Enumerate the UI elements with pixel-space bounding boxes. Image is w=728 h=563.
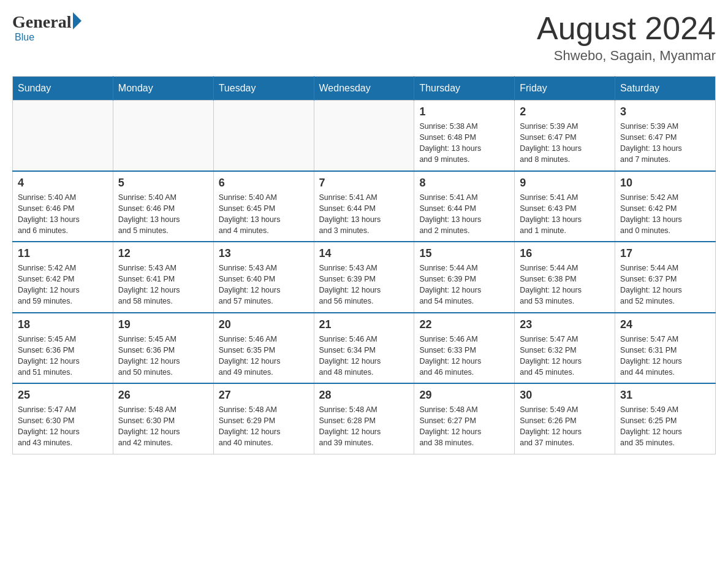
calendar-day-cell: 31Sunrise: 5:49 AM Sunset: 6:25 PM Dayli… [615,383,716,454]
day-number: 27 [219,389,309,402]
day-number: 21 [319,318,409,331]
day-info: Sunrise: 5:43 AM Sunset: 6:41 PM Dayligh… [118,262,208,307]
day-info: Sunrise: 5:49 AM Sunset: 6:26 PM Dayligh… [520,404,610,449]
calendar-day-cell: 8Sunrise: 5:41 AM Sunset: 6:44 PM Daylig… [414,171,515,242]
day-number: 14 [319,247,409,260]
day-info: Sunrise: 5:40 AM Sunset: 6:46 PM Dayligh… [18,192,108,237]
day-info: Sunrise: 5:38 AM Sunset: 6:48 PM Dayligh… [419,121,509,166]
day-info: Sunrise: 5:39 AM Sunset: 6:47 PM Dayligh… [620,121,710,166]
calendar-day-cell: 20Sunrise: 5:46 AM Sunset: 6:35 PM Dayli… [213,313,314,384]
day-of-week-header: Wednesday [314,77,414,101]
month-title: August 2024 [537,12,716,44]
day-number: 26 [118,389,208,402]
calendar-week-row: 25Sunrise: 5:47 AM Sunset: 6:30 PM Dayli… [13,383,716,454]
day-info: Sunrise: 5:42 AM Sunset: 6:42 PM Dayligh… [620,192,710,237]
day-info: Sunrise: 5:46 AM Sunset: 6:35 PM Dayligh… [219,334,309,378]
calendar-day-cell: 17Sunrise: 5:44 AM Sunset: 6:37 PM Dayli… [615,242,716,313]
day-number: 5 [118,177,208,190]
day-of-week-header: Thursday [414,77,515,101]
day-number: 16 [520,247,610,260]
day-number: 4 [18,177,108,190]
calendar-week-row: 18Sunrise: 5:45 AM Sunset: 6:36 PM Dayli… [13,313,716,384]
calendar-day-cell: 9Sunrise: 5:41 AM Sunset: 6:43 PM Daylig… [515,171,615,242]
day-of-week-header: Sunday [13,77,113,101]
calendar-day-cell: 6Sunrise: 5:40 AM Sunset: 6:45 PM Daylig… [213,171,314,242]
day-number: 23 [520,318,610,331]
calendar-day-cell: 2Sunrise: 5:39 AM Sunset: 6:47 PM Daylig… [515,101,615,171]
day-number: 9 [520,177,610,190]
calendar-day-cell: 16Sunrise: 5:44 AM Sunset: 6:38 PM Dayli… [515,242,615,313]
calendar-day-cell: 22Sunrise: 5:46 AM Sunset: 6:33 PM Dayli… [414,313,515,384]
calendar-day-cell: 11Sunrise: 5:42 AM Sunset: 6:42 PM Dayli… [13,242,113,313]
calendar-day-cell: 29Sunrise: 5:48 AM Sunset: 6:27 PM Dayli… [414,383,515,454]
day-info: Sunrise: 5:44 AM Sunset: 6:37 PM Dayligh… [620,262,710,307]
day-of-week-header: Friday [515,77,615,101]
logo-blue-text: Blue [15,32,34,43]
location-subtitle: Shwebo, Sagain, Myanmar [537,48,716,64]
day-number: 7 [319,177,409,190]
calendar-day-cell: 27Sunrise: 5:48 AM Sunset: 6:29 PM Dayli… [213,383,314,454]
calendar-day-cell: 14Sunrise: 5:43 AM Sunset: 6:39 PM Dayli… [314,242,414,313]
calendar-day-cell [13,101,113,171]
day-number: 15 [419,247,509,260]
day-info: Sunrise: 5:48 AM Sunset: 6:28 PM Dayligh… [319,404,409,449]
day-number: 12 [118,247,208,260]
day-info: Sunrise: 5:47 AM Sunset: 6:30 PM Dayligh… [18,404,108,449]
calendar-day-cell: 3Sunrise: 5:39 AM Sunset: 6:47 PM Daylig… [615,101,716,171]
day-info: Sunrise: 5:45 AM Sunset: 6:36 PM Dayligh… [18,334,108,378]
day-number: 11 [18,247,108,260]
day-info: Sunrise: 5:46 AM Sunset: 6:33 PM Dayligh… [419,334,509,378]
calendar-day-cell: 7Sunrise: 5:41 AM Sunset: 6:44 PM Daylig… [314,171,414,242]
page-header: General Blue August 2024 Shwebo, Sagain,… [12,12,716,64]
calendar-day-cell: 12Sunrise: 5:43 AM Sunset: 6:41 PM Dayli… [113,242,213,313]
day-info: Sunrise: 5:48 AM Sunset: 6:27 PM Dayligh… [419,404,509,449]
calendar-day-cell: 24Sunrise: 5:47 AM Sunset: 6:31 PM Dayli… [615,313,716,384]
day-info: Sunrise: 5:48 AM Sunset: 6:29 PM Dayligh… [219,404,309,449]
day-number: 20 [219,318,309,331]
day-number: 24 [620,318,710,331]
calendar-day-cell: 28Sunrise: 5:48 AM Sunset: 6:28 PM Dayli… [314,383,414,454]
day-info: Sunrise: 5:40 AM Sunset: 6:45 PM Dayligh… [219,192,309,237]
title-section: August 2024 Shwebo, Sagain, Myanmar [537,12,716,64]
calendar-day-cell: 1Sunrise: 5:38 AM Sunset: 6:48 PM Daylig… [414,101,515,171]
day-number: 28 [319,389,409,402]
day-number: 30 [520,389,610,402]
day-info: Sunrise: 5:47 AM Sunset: 6:31 PM Dayligh… [620,334,710,378]
calendar-day-cell: 4Sunrise: 5:40 AM Sunset: 6:46 PM Daylig… [13,171,113,242]
calendar-week-row: 1Sunrise: 5:38 AM Sunset: 6:48 PM Daylig… [13,101,716,171]
calendar-day-cell: 30Sunrise: 5:49 AM Sunset: 6:26 PM Dayli… [515,383,615,454]
calendar-header-row: SundayMondayTuesdayWednesdayThursdayFrid… [13,77,716,101]
calendar-day-cell [314,101,414,171]
day-number: 19 [118,318,208,331]
day-info: Sunrise: 5:39 AM Sunset: 6:47 PM Dayligh… [520,121,610,166]
calendar-day-cell: 10Sunrise: 5:42 AM Sunset: 6:42 PM Dayli… [615,171,716,242]
day-info: Sunrise: 5:44 AM Sunset: 6:39 PM Dayligh… [419,262,509,307]
day-number: 25 [18,389,108,402]
day-info: Sunrise: 5:42 AM Sunset: 6:42 PM Dayligh… [18,262,108,307]
day-of-week-header: Monday [113,77,213,101]
day-number: 2 [520,105,610,118]
day-info: Sunrise: 5:49 AM Sunset: 6:25 PM Dayligh… [620,404,710,449]
day-info: Sunrise: 5:43 AM Sunset: 6:39 PM Dayligh… [319,262,409,307]
calendar-day-cell: 19Sunrise: 5:45 AM Sunset: 6:36 PM Dayli… [113,313,213,384]
day-info: Sunrise: 5:43 AM Sunset: 6:40 PM Dayligh… [219,262,309,307]
calendar-day-cell: 13Sunrise: 5:43 AM Sunset: 6:40 PM Dayli… [213,242,314,313]
day-number: 18 [18,318,108,331]
day-of-week-header: Tuesday [213,77,314,101]
day-number: 10 [620,177,710,190]
day-info: Sunrise: 5:44 AM Sunset: 6:38 PM Dayligh… [520,262,610,307]
day-number: 22 [419,318,509,331]
logo: General Blue [12,12,82,43]
logo-triangle-icon [73,12,82,29]
day-number: 1 [419,105,509,118]
day-info: Sunrise: 5:41 AM Sunset: 6:43 PM Dayligh… [520,192,610,237]
day-number: 17 [620,247,710,260]
calendar-table: SundayMondayTuesdayWednesdayThursdayFrid… [12,76,716,454]
calendar-day-cell: 15Sunrise: 5:44 AM Sunset: 6:39 PM Dayli… [414,242,515,313]
day-number: 29 [419,389,509,402]
day-number: 13 [219,247,309,260]
day-info: Sunrise: 5:48 AM Sunset: 6:30 PM Dayligh… [118,404,208,449]
day-info: Sunrise: 5:47 AM Sunset: 6:32 PM Dayligh… [520,334,610,378]
calendar-week-row: 11Sunrise: 5:42 AM Sunset: 6:42 PM Dayli… [13,242,716,313]
day-info: Sunrise: 5:41 AM Sunset: 6:44 PM Dayligh… [319,192,409,237]
